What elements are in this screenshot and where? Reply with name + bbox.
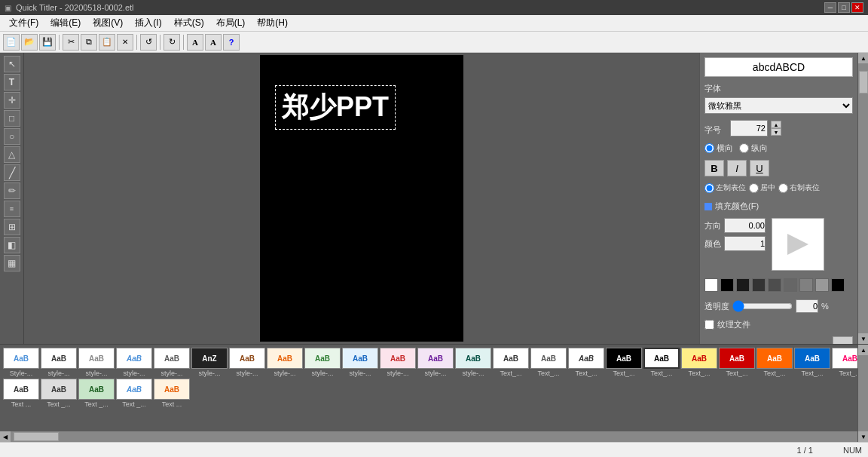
menu-style[interactable]: 样式(S) bbox=[168, 15, 210, 31]
thumb-style-3[interactable]: AaB style-... bbox=[78, 348, 115, 377]
tool-9[interactable]: ≡ bbox=[4, 201, 20, 217]
paste-button[interactable]: 📋 bbox=[99, 34, 115, 51]
font-size-input[interactable] bbox=[730, 120, 768, 136]
ellipse-tool[interactable]: ○ bbox=[4, 128, 20, 145]
thumb-row2-3[interactable]: AaB Text _... bbox=[78, 379, 115, 408]
thumb-row2-5[interactable]: AaB Text ... bbox=[154, 379, 190, 408]
tool-11[interactable]: ◧ bbox=[4, 237, 20, 253]
hscroll-thumb[interactable] bbox=[14, 432, 59, 441]
thumb-style-6[interactable]: AnZ style-... bbox=[191, 348, 228, 377]
thumb-text-3[interactable]: AaB Text_... bbox=[568, 348, 604, 377]
swatch-black2[interactable] bbox=[831, 278, 845, 292]
transparency-slider[interactable] bbox=[732, 300, 793, 312]
thumb-text-2[interactable]: AaB Text_... bbox=[530, 348, 567, 377]
menu-edit[interactable]: 编辑(E) bbox=[44, 15, 87, 31]
thumb-style-1[interactable]: AaB Style-... bbox=[3, 348, 39, 377]
align-left-radio[interactable] bbox=[704, 183, 714, 193]
bottom-right-scrollbar[interactable]: ▲ ▼ bbox=[857, 345, 868, 442]
font-size-down[interactable]: ▼ bbox=[771, 128, 781, 136]
thumb-row2-1[interactable]: AaB Text ... bbox=[3, 379, 39, 408]
line-tool[interactable]: ╱ bbox=[4, 164, 20, 181]
canvas-area[interactable]: 郑少PPT bbox=[24, 53, 699, 344]
swatch-dark3[interactable] bbox=[768, 278, 781, 292]
thumb-style-13[interactable]: AaB style-... bbox=[455, 348, 491, 377]
text-tool[interactable]: T bbox=[4, 74, 20, 90]
italic-button[interactable]: I bbox=[727, 160, 747, 176]
thumb-style-8[interactable]: AaB style-... bbox=[267, 348, 303, 377]
thumb-row2-2[interactable]: AaB Text _... bbox=[41, 379, 77, 408]
font-size-up[interactable]: ▲ bbox=[771, 121, 781, 128]
menu-insert[interactable]: 插入(I) bbox=[129, 15, 167, 31]
swatch-gray2[interactable] bbox=[799, 278, 813, 292]
thumb-text-5[interactable]: AaB Text_... bbox=[643, 348, 680, 377]
thumb-style-5[interactable]: AaB style-... bbox=[154, 348, 190, 377]
underline-button[interactable]: U bbox=[750, 160, 769, 176]
gradient-preview[interactable] bbox=[772, 218, 824, 271]
thumb-text-4[interactable]: AaB Text_... bbox=[606, 348, 642, 377]
bold-button[interactable]: B bbox=[704, 160, 724, 176]
align-right-radio[interactable] bbox=[778, 183, 788, 193]
text-tool-a[interactable]: A bbox=[187, 34, 203, 51]
swatch-white[interactable] bbox=[704, 278, 718, 292]
right-scrollbar[interactable]: ▲ ▼ bbox=[857, 53, 868, 344]
bscroll-up[interactable]: ▲ bbox=[858, 345, 868, 355]
thumb-text-1[interactable]: AaB Text_... bbox=[493, 348, 529, 377]
copy-button[interactable]: ⧉ bbox=[81, 34, 97, 51]
undo-button[interactable]: ↺ bbox=[140, 34, 157, 51]
tool-10[interactable]: ⊞ bbox=[4, 219, 20, 235]
thumb-style-10[interactable]: AaB style-... bbox=[342, 348, 378, 377]
thumb-style-2[interactable]: AaB style-... bbox=[41, 348, 77, 377]
minimize-button[interactable]: ─ bbox=[824, 2, 836, 13]
thumb-text-10[interactable]: AaB Text_... bbox=[832, 348, 857, 377]
help-button[interactable]: ? bbox=[223, 34, 240, 51]
save-button[interactable]: 💾 bbox=[39, 34, 56, 51]
thumb-style-11[interactable]: AaB style-... bbox=[380, 348, 416, 377]
open-button[interactable]: 📂 bbox=[21, 34, 38, 51]
thumb-text-6[interactable]: AaB Text_... bbox=[681, 348, 717, 377]
swatch-gray1[interactable] bbox=[784, 278, 797, 292]
text-element[interactable]: 郑少PPT bbox=[275, 85, 396, 130]
thumb-text-9[interactable]: AaB Text_... bbox=[794, 348, 830, 377]
pen-tool[interactable]: ✏ bbox=[4, 182, 20, 199]
menu-layout[interactable]: 布局(L) bbox=[210, 15, 252, 31]
select-tool[interactable]: ↖ bbox=[4, 56, 20, 72]
direction-v-radio[interactable] bbox=[739, 143, 749, 153]
scroll-down-arrow[interactable]: ▼ bbox=[858, 333, 868, 344]
scroll-up-arrow[interactable]: ▲ bbox=[858, 53, 868, 63]
delete-button[interactable]: ✕ bbox=[117, 34, 133, 51]
texture-checkbox[interactable] bbox=[704, 320, 714, 330]
swatch-dark2[interactable] bbox=[752, 278, 766, 292]
swatch-dark1[interactable] bbox=[736, 278, 750, 292]
new-button[interactable]: 📄 bbox=[3, 34, 20, 51]
rect-tool[interactable]: □ bbox=[4, 110, 20, 127]
thumb-text-7[interactable]: AaB Text_... bbox=[719, 348, 755, 377]
thumb-text-8[interactable]: AaB Text_... bbox=[756, 348, 793, 377]
font-select[interactable]: 微软雅黑 bbox=[704, 97, 853, 114]
menu-help[interactable]: 帮助(H) bbox=[251, 15, 294, 31]
tool-12[interactable]: ▦ bbox=[4, 255, 20, 271]
cut-button[interactable]: ✂ bbox=[63, 34, 79, 51]
menu-file[interactable]: 文件(F) bbox=[3, 15, 44, 31]
menu-view[interactable]: 视图(V) bbox=[87, 15, 129, 31]
texture-browse-button[interactable]: ... bbox=[833, 336, 853, 344]
hscroll-left[interactable]: ◀ bbox=[0, 431, 11, 442]
swatch-gray3[interactable] bbox=[815, 278, 829, 292]
align-center-radio[interactable] bbox=[749, 183, 759, 193]
thumb-style-9[interactable]: AaB style-... bbox=[304, 348, 341, 377]
bscroll-down[interactable]: ▼ bbox=[858, 431, 868, 442]
restore-button[interactable]: □ bbox=[838, 2, 850, 13]
color-value-input[interactable] bbox=[724, 236, 766, 251]
bottom-hscrollbar[interactable]: ◀ bbox=[0, 431, 857, 442]
thumb-style-12[interactable]: AaB style-... bbox=[417, 348, 454, 377]
direction-value-input[interactable] bbox=[724, 218, 766, 233]
text-tool-b[interactable]: A bbox=[205, 34, 222, 51]
scroll-thumb[interactable] bbox=[859, 71, 868, 94]
thumb-row2-4[interactable]: AaB Text _... bbox=[116, 379, 152, 408]
thumb-style-7[interactable]: AaB style-... bbox=[229, 348, 265, 377]
close-button[interactable]: ✕ bbox=[851, 2, 863, 13]
triangle-tool[interactable]: △ bbox=[4, 146, 20, 163]
transparency-input[interactable] bbox=[796, 299, 818, 313]
direction-h-radio[interactable] bbox=[704, 143, 714, 153]
thumb-style-4[interactable]: AaB style-... bbox=[116, 348, 152, 377]
swatch-black1[interactable] bbox=[720, 278, 734, 292]
